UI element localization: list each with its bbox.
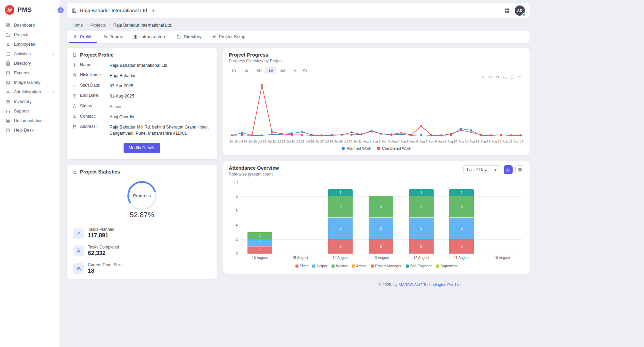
legend-swatch	[332, 265, 335, 268]
bar-segment[interactable]: 1	[328, 189, 353, 196]
bar-segment[interactable]: 3	[409, 218, 434, 239]
bar-segment[interactable]: 3	[409, 196, 434, 218]
range-15d-button[interactable]: 15D	[252, 67, 264, 74]
data-point	[251, 134, 253, 136]
bar-segment[interactable]: 2	[409, 239, 434, 254]
bar-segment[interactable]: 2	[369, 239, 393, 254]
x-tick-label: 12 August	[401, 256, 441, 260]
legend-item[interactable]: Fitter	[295, 264, 308, 268]
field-label: Status:	[80, 104, 107, 108]
avatar-initials: AD	[517, 9, 522, 13]
legend-item[interactable]: Completed Work	[377, 146, 411, 150]
sidebar-item-label: Dashboard	[14, 23, 35, 28]
x-tick-label: Aug 13	[481, 140, 490, 143]
range-1w-button[interactable]: 1W	[240, 67, 251, 74]
bar-segment[interactable]: 1	[247, 232, 272, 239]
range-5y-button[interactable]: 5Y	[300, 67, 310, 74]
range-3m-button[interactable]: 3M	[277, 67, 288, 74]
apps-grid-icon[interactable]	[504, 7, 510, 14]
home-icon[interactable]	[510, 75, 514, 79]
company-selector[interactable]: Raja Bahadur International Ltd. ▼	[71, 8, 155, 13]
legend-item[interactable]: Welder	[332, 264, 347, 268]
legend-item[interactable]: Supervisor	[436, 264, 457, 268]
tab-teams[interactable]: Teams	[99, 31, 127, 43]
chart-line-icon	[72, 169, 77, 175]
bar-segment[interactable]: 3	[449, 196, 474, 218]
table-view-button[interactable]	[515, 165, 524, 174]
sidebar-item-dashboard[interactable]: Dashboard	[0, 20, 60, 30]
zoom-in-icon[interactable]	[481, 75, 486, 79]
legend-item[interactable]: Planned Work	[342, 146, 371, 150]
x-tick-label: Aug 8	[429, 140, 437, 143]
date-range-select[interactable]: Last 7 Days ▼	[463, 165, 501, 174]
x-tick-label: Jul 18	[229, 140, 238, 143]
x-axis-labels: 16 August15 August14 August13 August12 A…	[240, 254, 522, 260]
modify-details-button[interactable]: Modify Details	[124, 143, 161, 153]
y-tick-label: 4	[231, 223, 238, 227]
tab-label: Project Setup	[219, 34, 245, 39]
sidebar-item-image-gallery[interactable]: Image Gallery	[0, 78, 60, 87]
sidebar-item-administration[interactable]: Administration ›	[0, 87, 60, 97]
sidebar-collapse-button[interactable]: ‹	[58, 7, 64, 13]
bar-segment[interactable]: 3	[369, 218, 393, 239]
bar-segment[interactable]: 3	[328, 218, 353, 239]
sidebar-item-documentation[interactable]: Documentation	[0, 116, 60, 125]
bar-segment[interactable]: 1	[409, 189, 434, 196]
bar-chart-icon	[506, 167, 511, 172]
bar-segment[interactable]: 1	[449, 189, 474, 196]
sidebar-item-projects[interactable]: Projects	[0, 30, 60, 40]
tab-profile[interactable]: Profile	[69, 31, 97, 43]
field-value: Raja Bahadur Mill Rd, behind Sheraton Gr…	[110, 124, 212, 136]
progress-gauge: Progress	[126, 179, 158, 212]
bar-segment[interactable]: 3	[328, 196, 353, 218]
top-header: Raja Bahadur International Ltd. ▼ AD	[67, 3, 530, 18]
user-avatar[interactable]: AD	[515, 5, 525, 16]
zoom-out-icon[interactable]	[488, 75, 493, 79]
tab-infrastructure[interactable]: Infrastructure	[129, 31, 171, 43]
footer-brand-link[interactable]: MARCO AIoT Technologies Pvt. Ltd.	[399, 283, 462, 287]
sidebar-item-employees[interactable]: Employees	[0, 40, 60, 49]
bar-segment[interactable]: 1	[247, 239, 272, 246]
sidebar-item-activities[interactable]: Activities ›	[0, 49, 60, 59]
sidebar-item-help-desk[interactable]: Help Desk	[0, 125, 60, 135]
data-point	[291, 134, 293, 136]
x-tick-label: Aug 12	[469, 140, 479, 143]
bar-chart-view-button[interactable]	[504, 165, 513, 174]
data-point	[301, 134, 303, 136]
check-icon	[73, 228, 84, 239]
zoom-icon[interactable]	[496, 75, 500, 79]
card-title: Project Progress	[229, 52, 524, 58]
bar-segment[interactable]: 1	[247, 246, 272, 254]
profile-field-end-date: End Date: 31-Aug-2025	[72, 91, 212, 101]
project-profile-card: Project Profile Name: Raja Bahadur Inter…	[67, 48, 217, 159]
legend-item[interactable]: Admin	[352, 264, 366, 268]
range-1y-button[interactable]: 1Y	[289, 67, 299, 74]
legend-item[interactable]: Helper	[312, 264, 327, 268]
project-progress-card: Project Progress Progress Overview by Pr…	[223, 48, 530, 155]
range-1d-button[interactable]: 1D	[229, 67, 239, 74]
y-tick-label: 2	[231, 238, 238, 241]
logo[interactable]: M PMS	[0, 0, 60, 19]
flag-icon	[72, 124, 77, 129]
line-chart[interactable]	[229, 80, 524, 139]
menu-icon[interactable]	[517, 75, 521, 79]
table-icon	[517, 167, 522, 172]
pan-icon[interactable]	[503, 75, 507, 79]
tab-bar: Profile Teams Infrastructure Directory P…	[67, 31, 530, 43]
breadcrumb-home[interactable]: Home	[71, 23, 83, 28]
breadcrumb-projects[interactable]: Projects	[91, 23, 106, 28]
bar-segment[interactable]: 2	[449, 239, 474, 254]
bar-segment[interactable]: 3	[369, 196, 393, 218]
sidebar-item-support[interactable]: Support	[0, 106, 60, 116]
sidebar-item-expense[interactable]: Expense	[0, 68, 60, 78]
tab-directory[interactable]: Directory	[173, 31, 206, 43]
legend-item[interactable]: Project Manager	[371, 264, 401, 268]
data-point	[430, 134, 432, 136]
bar-segment[interactable]: 2	[328, 239, 353, 254]
sidebar-item-directory[interactable]: Directory	[0, 59, 60, 68]
tab-project-setup[interactable]: Project Setup	[208, 31, 249, 43]
legend-item[interactable]: Site Engineer	[406, 264, 432, 268]
range-1m-button[interactable]: 1M	[265, 67, 276, 74]
bar-segment[interactable]: 3	[449, 218, 474, 239]
sidebar-item-inventory[interactable]: Inventory	[0, 97, 60, 106]
